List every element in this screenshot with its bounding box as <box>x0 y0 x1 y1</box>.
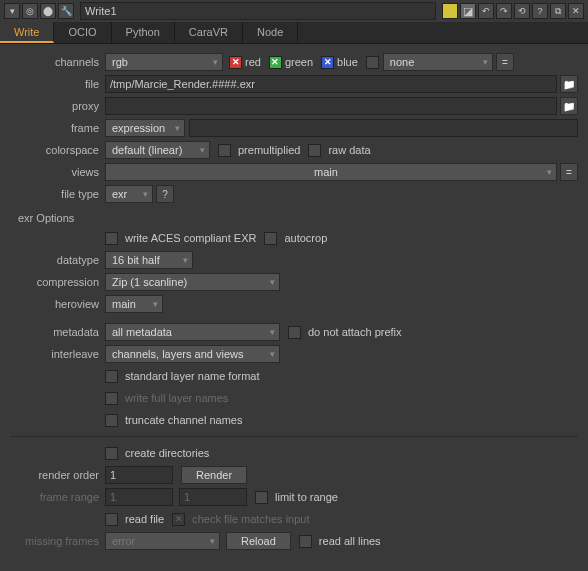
filetype-label: file type <box>10 188 105 200</box>
proxy-input[interactable] <box>105 97 557 115</box>
red-label: red <box>245 56 261 68</box>
premult-checkbox[interactable] <box>218 144 231 157</box>
float-icon[interactable]: ⧉ <box>550 3 566 19</box>
extra-channel-dropdown[interactable]: none <box>383 53 493 71</box>
rawdata-checkbox[interactable] <box>308 144 321 157</box>
alpha-checkbox[interactable] <box>366 56 379 69</box>
revert-icon[interactable]: ⟲ <box>514 3 530 19</box>
channels-menu-icon[interactable]: = <box>496 53 514 71</box>
read-file-label: read file <box>125 513 164 525</box>
red-checkbox[interactable]: ✕ <box>229 56 242 69</box>
exr-options-header: exr Options <box>10 206 578 228</box>
channels-dropdown[interactable]: rgb <box>105 53 223 71</box>
file-input[interactable] <box>105 75 557 93</box>
render-order-label: render order <box>10 469 105 481</box>
tab-ocio[interactable]: OCIO <box>54 22 111 43</box>
datatype-dropdown[interactable]: 16 bit half <box>105 251 193 269</box>
tab-node[interactable]: Node <box>243 22 298 43</box>
colorspace-dropdown[interactable]: default (linear) <box>105 141 210 159</box>
heroview-dropdown[interactable]: main <box>105 295 163 313</box>
file-browse-icon[interactable] <box>560 75 578 93</box>
no-prefix-checkbox[interactable] <box>288 326 301 339</box>
filetype-help-icon[interactable]: ? <box>156 185 174 203</box>
interleave-dropdown[interactable]: channels, layers and views <box>105 345 280 363</box>
no-prefix-label: do not attach prefix <box>308 326 402 338</box>
file-label: file <box>10 78 105 90</box>
check-match-checkbox: ✕ <box>172 513 185 526</box>
read-all-label: read all lines <box>319 535 381 547</box>
metadata-dropdown[interactable]: all metadata <box>105 323 280 341</box>
create-dirs-label: create directories <box>125 447 209 459</box>
views-label: views <box>10 166 105 178</box>
node-name-input[interactable] <box>80 2 436 20</box>
close-icon[interactable]: ✕ <box>568 3 584 19</box>
premult-label: premultiplied <box>238 144 300 156</box>
frame-range-label: frame range <box>10 491 105 503</box>
interleave-label: interleave <box>10 348 105 360</box>
wrench-icon[interactable]: 🔧 <box>58 3 74 19</box>
std-layer-checkbox[interactable] <box>105 370 118 383</box>
views-dropdown[interactable]: main <box>105 163 557 181</box>
redo-icon[interactable]: ↷ <box>496 3 512 19</box>
read-file-checkbox[interactable] <box>105 513 118 526</box>
frame-mode-dropdown[interactable]: expression <box>105 119 185 137</box>
truncate-checkbox[interactable] <box>105 414 118 427</box>
frame-label: frame <box>10 122 105 134</box>
frame-range-end-input[interactable] <box>179 488 247 506</box>
truncate-label: truncate channel names <box>125 414 242 426</box>
proxy-browse-icon[interactable] <box>560 97 578 115</box>
aces-label: write ACES compliant EXR <box>125 232 256 244</box>
undo-icon[interactable]: ↶ <box>478 3 494 19</box>
lock-icon[interactable]: ⬤ <box>40 3 56 19</box>
compression-label: compression <box>10 276 105 288</box>
green-checkbox[interactable]: ✕ <box>269 56 282 69</box>
tab-bar: Write OCIO Python CaraVR Node <box>0 22 588 44</box>
blue-checkbox[interactable]: ✕ <box>321 56 334 69</box>
blue-label: blue <box>337 56 358 68</box>
check-match-label: check file matches input <box>192 513 309 525</box>
limit-range-checkbox[interactable] <box>255 491 268 504</box>
heroview-label: heroview <box>10 298 105 310</box>
std-layer-label: standard layer name format <box>125 370 260 382</box>
missing-frames-dropdown[interactable]: error <box>105 532 220 550</box>
frame-range-start-input[interactable] <box>105 488 173 506</box>
frame-expr-input[interactable] <box>189 119 578 137</box>
reload-button[interactable]: Reload <box>226 532 291 550</box>
collapse-icon[interactable]: ▾ <box>4 3 20 19</box>
metadata-label: metadata <box>10 326 105 338</box>
green-label: green <box>285 56 313 68</box>
full-layer-checkbox <box>105 392 118 405</box>
full-layer-label: write full layer names <box>125 392 228 404</box>
proxy-label: proxy <box>10 100 105 112</box>
render-button[interactable]: Render <box>181 466 247 484</box>
color-node-icon[interactable]: ◪ <box>460 3 476 19</box>
color-label-icon[interactable] <box>442 3 458 19</box>
target-icon[interactable]: ◎ <box>22 3 38 19</box>
read-all-checkbox[interactable] <box>299 535 312 548</box>
tab-python[interactable]: Python <box>112 22 175 43</box>
filetype-dropdown[interactable]: exr <box>105 185 153 203</box>
channels-label: channels <box>10 56 105 68</box>
datatype-label: datatype <box>10 254 105 266</box>
autocrop-checkbox[interactable] <box>264 232 277 245</box>
help-icon[interactable]: ? <box>532 3 548 19</box>
create-dirs-checkbox[interactable] <box>105 447 118 460</box>
limit-range-label: limit to range <box>275 491 338 503</box>
colorspace-label: colorspace <box>10 144 105 156</box>
missing-frames-label: missing frames <box>10 535 105 547</box>
views-menu-icon[interactable]: = <box>560 163 578 181</box>
rawdata-label: raw data <box>328 144 370 156</box>
tab-caravr[interactable]: CaraVR <box>175 22 243 43</box>
compression-dropdown[interactable]: Zip (1 scanline) <box>105 273 280 291</box>
render-order-input[interactable] <box>105 466 173 484</box>
autocrop-label: autocrop <box>284 232 327 244</box>
aces-checkbox[interactable] <box>105 232 118 245</box>
tab-write[interactable]: Write <box>0 22 54 43</box>
